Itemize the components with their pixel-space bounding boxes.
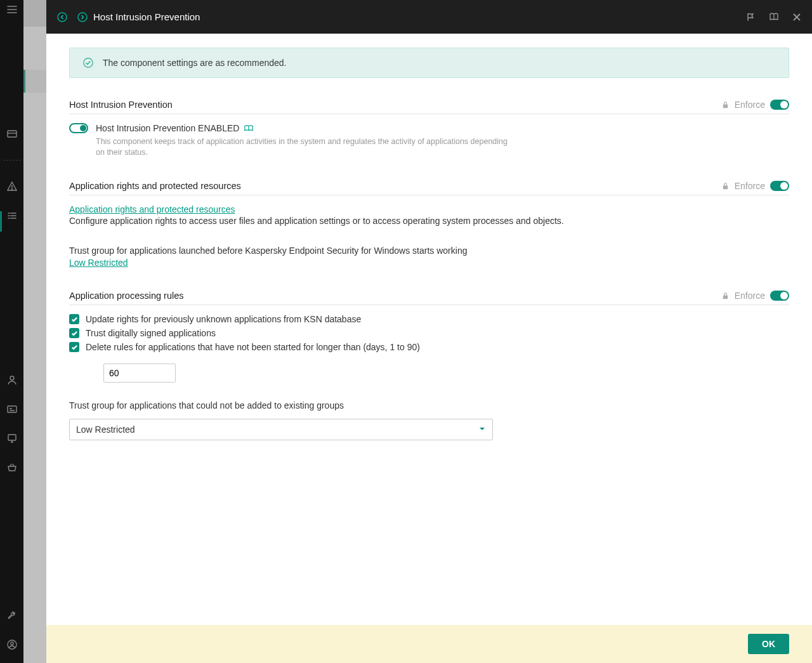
checkbox-delete-rules[interactable] (69, 342, 79, 352)
svg-point-7 (58, 13, 67, 22)
panel-body: The component settings are as recommende… (46, 34, 812, 625)
section-hip: Host Intrusion Prevention Enforce Host I… (69, 100, 789, 158)
left-rail (0, 0, 23, 663)
section-rules: Application processing rules Enforce Upd… (69, 291, 789, 440)
close-icon[interactable] (792, 12, 802, 22)
enforce-rights: Enforce (721, 181, 789, 191)
svg-rect-11 (723, 185, 728, 189)
enforce-label: Enforce (735, 291, 765, 301)
hip-enable-toggle[interactable] (69, 123, 88, 133)
hip-status-label: Host Intrusion Prevention ENABLED (96, 123, 239, 133)
trust-group-prestart-link[interactable]: Low Restricted (69, 258, 128, 268)
section-rules-title: Application processing rules (69, 291, 184, 301)
checkbox-trust-signed[interactable] (69, 328, 79, 338)
section-rights: Application rights and protected resourc… (69, 181, 789, 268)
chevron-down-icon (478, 424, 486, 435)
trust-group-unassigned-label: Trust group for applications that could … (69, 399, 789, 412)
section-hip-title: Host Intrusion Prevention (69, 100, 173, 110)
info-banner-text: The component settings are as recommende… (103, 58, 287, 68)
section-icon (77, 11, 88, 23)
ok-button[interactable]: OK (748, 634, 789, 654)
user-icon[interactable] (6, 374, 18, 386)
policy-icon[interactable] (6, 404, 18, 415)
hip-description: This component keeps track of applicatio… (96, 136, 514, 158)
enforce-label: Enforce (735, 100, 765, 110)
svg-rect-4 (8, 435, 16, 440)
trust-group-prestart-label: Trust group for applications launched be… (69, 244, 789, 258)
device-icon[interactable] (6, 433, 18, 444)
alert-icon[interactable] (6, 181, 18, 192)
app-rights-link[interactable]: Application rights and protected resourc… (69, 204, 235, 214)
checkbox-delete-rules-label: Delete rules for applications that have … (86, 342, 420, 352)
rail-divider (3, 160, 21, 161)
svg-point-2 (10, 376, 14, 380)
account-icon[interactable] (6, 639, 18, 650)
enforce-rights-toggle[interactable] (770, 181, 789, 191)
flag-icon[interactable] (746, 12, 756, 22)
help-icon[interactable] (769, 12, 779, 22)
info-banner: The component settings are as recommende… (69, 48, 789, 78)
checkbox-trust-signed-label: Trust digitally signed applications (86, 328, 216, 338)
svg-point-8 (78, 13, 87, 22)
lock-icon (721, 292, 730, 300)
lock-icon (721, 101, 730, 109)
enforce-label: Enforce (735, 181, 765, 191)
panel-title: Host Intrusion Prevention (93, 11, 200, 22)
panel-footer: OK (46, 625, 812, 663)
menu-icon[interactable] (6, 4, 18, 15)
trust-group-select-value: Low Restricted (76, 424, 135, 435)
enforce-rules-toggle[interactable] (770, 291, 789, 301)
enforce-hip: Enforce (721, 100, 789, 110)
book-icon[interactable] (244, 124, 253, 134)
days-input[interactable] (103, 364, 176, 383)
app-rights-desc: Configure application rights to access u… (69, 214, 789, 228)
svg-point-6 (10, 642, 13, 645)
wrench-icon[interactable] (6, 610, 18, 621)
trust-group-select[interactable]: Low Restricted (69, 419, 493, 440)
back-icon[interactable] (56, 11, 68, 23)
lock-icon (721, 182, 730, 190)
checkbox-update-ksn-label: Update rights for previously unknown app… (86, 314, 361, 324)
settings-panel: Host Intrusion Prevention The component … (46, 0, 812, 663)
basket-icon[interactable] (6, 462, 18, 473)
enforce-hip-toggle[interactable] (770, 100, 789, 110)
section-rights-title: Application rights and protected resourc… (69, 181, 241, 191)
svg-rect-10 (723, 104, 728, 108)
dashboard-icon[interactable] (6, 128, 18, 140)
list-icon[interactable] (6, 210, 18, 221)
rail-active-marker (0, 211, 2, 232)
panel-header: Host Intrusion Prevention (46, 0, 812, 34)
enforce-rules: Enforce (721, 291, 789, 301)
svg-rect-12 (723, 295, 728, 299)
svg-point-1 (11, 188, 13, 190)
svg-rect-0 (8, 131, 16, 137)
check-icon (82, 57, 94, 69)
checkbox-update-ksn[interactable] (69, 314, 79, 324)
svg-rect-3 (8, 406, 16, 412)
